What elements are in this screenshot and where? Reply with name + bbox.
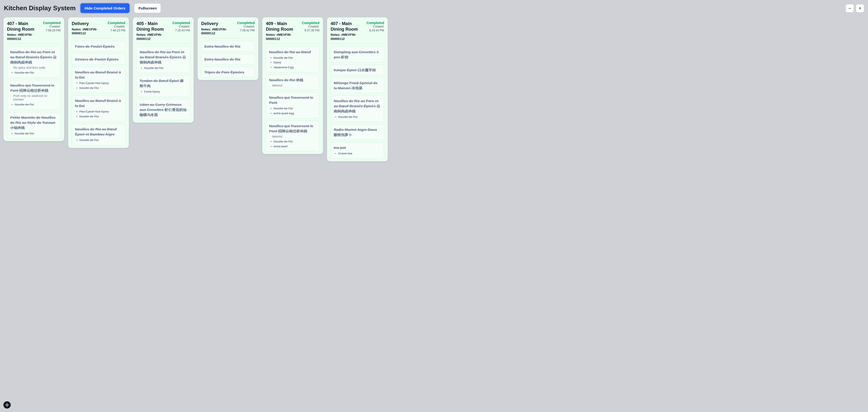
order-item[interactable]: Nouilles de Riz au Porc et au Bœuf Brais… xyxy=(331,96,384,122)
order-item-mods: Extra Spicy xyxy=(140,89,187,94)
created-label: Created: xyxy=(108,25,125,29)
created-time: 7:25:43 PM xyxy=(173,29,190,33)
order-title: 405 - Main Dining Room xyxy=(136,21,170,32)
order-item-name: Foies de Poulet Épicés xyxy=(75,44,122,49)
order-item-mods: Nouille de Riz xyxy=(334,115,381,119)
order-item[interactable]: Tripes de Porc Épicées xyxy=(201,67,255,78)
order-item-name: Dumpling aux Crevettes 3 pcs 虾饺 xyxy=(334,50,381,60)
fullscreen-button[interactable]: Fullscreen xyxy=(134,3,161,13)
status-badge: Completed xyxy=(173,21,190,25)
order-item[interactable]: Radis Mariné Aigre-Doux 酸辣泡萝卜 xyxy=(331,124,384,140)
hide-completed-button[interactable]: Hide Completed Orders xyxy=(81,3,130,13)
order-item[interactable]: Petite Marmite de Nouilles de Riz au Sty… xyxy=(7,112,61,139)
order-item-name: Extra Nouilles de Riz xyxy=(204,44,252,49)
order-card[interactable]: 407 - Main Dining RoomNotes: #MEVFIN-000… xyxy=(327,17,388,161)
order-item-mods: Pas Épicé/ Not SpicyNouille de Riz xyxy=(75,109,122,119)
order-item-mod: Nouille de Riz xyxy=(273,56,316,60)
order-notes: Notes: #MEVFIN-00000112 xyxy=(136,33,170,41)
order-item-mods: Nouille de Riz xyxy=(10,102,57,107)
order-title: Delivery xyxy=(201,21,235,27)
order-item-mods: Nouille de Rizextra beef xyxy=(269,139,316,149)
order-item[interactable]: Nouilles de Riz au Bœuf Épicé et Bambou … xyxy=(72,124,125,145)
order-item-mods: Nouille de Riz xyxy=(140,66,187,70)
order-item[interactable]: Nouilles au Boeuf Braisé à la DaiPas Épi… xyxy=(72,95,125,121)
order-item-name: Nouilles de Riz au Porc et au Bœuf Brais… xyxy=(334,98,381,114)
order-item[interactable]: Nouilles qui Traversent le Pont 招牌云南过桥米线… xyxy=(7,80,61,110)
order-item-name: Gésiers de Poulet Épicés xyxy=(75,57,122,62)
order-title: 407 - Main Dining Room xyxy=(331,21,365,32)
order-item[interactable]: tea potGreen tea xyxy=(331,142,384,159)
order-item[interactable]: Extra Nouilles de Riz xyxy=(201,41,255,52)
status-badge: Completed xyxy=(237,21,255,25)
order-card-header: DeliveryNotes: #MEVFIN-00000112Completed… xyxy=(201,21,255,38)
order-card[interactable]: DeliveryNotes: #MEVFIN-00000112Completed… xyxy=(68,17,129,148)
order-item[interactable]: Gésiers de Poulet Épicés xyxy=(72,54,125,64)
order-item-mod: Nouille de Riz xyxy=(144,66,187,70)
created-time: 7:09:42 PM xyxy=(237,29,255,33)
status-badge: Completed xyxy=(108,21,125,25)
order-item-note: Pork only no seafood no chicken xyxy=(10,94,57,101)
order-item-mod: Extra Spicy xyxy=(144,89,187,94)
page-title: Kitchen Display System xyxy=(4,4,76,12)
order-items: Nouilles de Riz au Porc et au Bœuf Brais… xyxy=(136,47,190,120)
order-item-name: Tripes de Porc Épicées xyxy=(204,69,252,75)
order-card[interactable]: 407 - Main Dining RoomNotes: #MEVFIN-000… xyxy=(3,17,64,141)
order-item[interactable]: Mélange Froid Spécial de la Maison 冷泡菜 xyxy=(331,78,384,93)
order-item-mod: Nouille de Riz xyxy=(79,86,122,91)
order-item-mods: Nouille de Riz xyxy=(10,70,57,75)
zoom-controls: − + xyxy=(846,4,864,12)
order-card-header: 407 - Main Dining RoomNotes: #MEVFIN-000… xyxy=(7,21,61,44)
zoom-in-button[interactable]: + xyxy=(856,4,864,12)
order-item[interactable]: Udon au Curry Crémeux aux Crevettes 虾仁番茄… xyxy=(136,99,190,120)
order-notes: Notes: #MEVFIN-00000112 xyxy=(201,28,235,36)
order-items: Nouilles de Riz au BœufNouille de RizSpi… xyxy=(266,47,319,152)
order-item-name: Nouilles qui Traversent le Pont xyxy=(269,95,316,105)
order-item-name: Mélange Froid Spécial de la Maison 冷泡菜 xyxy=(334,80,381,91)
order-item-note: takeout xyxy=(269,84,316,87)
order-item[interactable]: Nouilles de Riz au Porc et au Bœuf Brais… xyxy=(7,47,61,78)
created-label: Created: xyxy=(43,25,61,29)
order-item-mods: Nouille de RizSpicyJapanese Egg xyxy=(269,56,316,70)
order-card[interactable]: 405 - Main Dining RoomNotes: #MEVFIN-000… xyxy=(133,17,194,123)
order-item[interactable]: Nouilles de Riz au BœufNouille de RizSpi… xyxy=(266,47,319,72)
order-item-name: Extra Nouilles de Riz xyxy=(204,57,252,62)
order-item[interactable]: Nouilles qui Traversent le PontNouille d… xyxy=(266,92,319,118)
created-label: Created: xyxy=(173,25,190,29)
order-item-mod: extra beef xyxy=(273,144,316,149)
order-item-name: Petite Marmite de Nouilles de Riz au Sty… xyxy=(10,115,57,130)
created-label: Created: xyxy=(237,25,255,29)
order-item[interactable]: Tendon de Bœuf Épicé 麻辣牛肉Extra Spicy xyxy=(136,76,190,97)
orders-board: 407 - Main Dining RoomNotes: #MEVFIN-000… xyxy=(0,15,868,412)
order-item[interactable]: Nouilles de Riz 米线takeout xyxy=(266,75,319,90)
order-item[interactable]: Extra Nouilles de Riz xyxy=(201,54,255,64)
created-label: Created: xyxy=(302,25,319,29)
order-item[interactable]: Dumpling aux Crevettes 3 pcs 虾饺 xyxy=(331,47,384,62)
order-card[interactable]: DeliveryNotes: #MEVFIN-00000112Completed… xyxy=(197,17,258,80)
order-item-mod: Pas Épicé/ Not Spicy xyxy=(79,109,122,114)
order-item-mods: Green tea xyxy=(334,151,381,156)
order-item-mod: Nouille de Riz xyxy=(79,138,122,143)
order-card-header: 409 - Main Dining RoomNotes: #MEVFIN-000… xyxy=(266,21,319,44)
order-item[interactable]: Foies de Poulet Épicés xyxy=(72,41,125,52)
order-item-mod: Nouille de Riz xyxy=(14,70,57,75)
created-time: 6:23:43 PM xyxy=(367,29,384,33)
order-card[interactable]: 409 - Main Dining RoomNotes: #MEVFIN-000… xyxy=(262,17,323,154)
created-time: 7:58:29 PM xyxy=(43,29,61,33)
svg-marker-0 xyxy=(6,403,8,406)
order-item-name: tea pot xyxy=(334,145,381,150)
order-item[interactable]: Konjac Épicé 口水魔芋丝 xyxy=(331,65,384,75)
order-item-note: No spicy and less salty xyxy=(10,66,57,69)
order-item-mod: Spicy xyxy=(273,60,316,65)
order-item-name: Konjac Épicé 口水魔芋丝 xyxy=(334,67,381,72)
order-card-header: 405 - Main Dining RoomNotes: #MEVFIN-000… xyxy=(136,21,190,44)
lightning-icon[interactable] xyxy=(3,401,11,409)
order-title: 407 - Main Dining Room xyxy=(7,21,41,32)
order-item[interactable]: Nouilles de Riz au Porc et au Bœuf Brais… xyxy=(136,47,190,73)
order-item[interactable]: Nouilles au Boeuf Braisé à la DaiPas Épi… xyxy=(72,67,125,93)
order-item[interactable]: Nouilles qui Traversent le Pont 招牌云南过桥米线… xyxy=(266,121,319,151)
topbar: Kitchen Display System Hide Completed Or… xyxy=(0,0,868,15)
zoom-out-button[interactable]: − xyxy=(846,4,854,12)
order-title: Delivery xyxy=(72,21,106,27)
order-item-name: Nouilles au Boeuf Braisé à la Dai xyxy=(75,69,122,80)
order-item-mod: Pas Épicé/ Not Spicy xyxy=(79,81,122,86)
